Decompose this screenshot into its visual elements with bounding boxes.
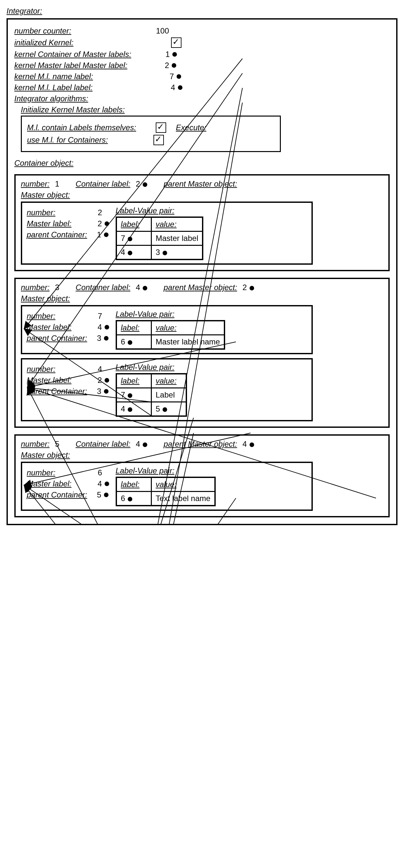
m-parentcontainer-label: parent Container: — [27, 230, 87, 239]
m-parentcontainer-label: parent Container: — [27, 490, 87, 499]
dot-icon — [177, 74, 181, 79]
lv-head-value: value: — [151, 477, 215, 492]
dot-icon — [172, 52, 177, 57]
integrator-algorithms-label: Integrator algorithms: — [15, 94, 389, 103]
lv-head-label: label: — [116, 321, 151, 335]
container-object-label: Container object: — [15, 159, 389, 168]
lv-r2-l: 4 — [116, 402, 151, 416]
lv-head-value: value: — [151, 321, 225, 335]
c1-number-label: number: — [21, 179, 50, 188]
number-counter-value: 100 — [156, 26, 169, 35]
page-title: Integrator: — [6, 6, 398, 16]
kernel-container-value: 1 — [166, 50, 170, 59]
container-1: number: 1 Container label: 2 parent Mast… — [15, 174, 389, 271]
c2-clabel-label: Container label: — [76, 283, 130, 292]
lv-r2-l: 4 — [116, 246, 151, 260]
init-kernel-box: M.l. contain Labels themselves: Execute:… — [21, 116, 281, 152]
lv-head-label: label: — [116, 477, 151, 492]
lv-head-value: value: — [151, 217, 203, 231]
m-masterlabel-label: Master label: — [27, 376, 71, 385]
c3-number-value: 5 — [55, 439, 59, 448]
initialized-kernel-label: initialized Kernel: — [15, 38, 73, 47]
use-mi-containers-label: use M.l. for Containers: — [27, 135, 108, 145]
m-number-label: number: — [27, 312, 55, 321]
c2-master-1: number:7 Master label:4 parent Container… — [21, 305, 313, 354]
lv-pair-title: Label-Value pair: — [116, 310, 225, 319]
m-masterlabel-label: Master label: — [27, 479, 71, 488]
dot-icon — [128, 237, 132, 241]
m-masterlabel-value: 2 — [97, 219, 102, 228]
c3-parent-label: parent Master object: — [164, 439, 237, 448]
c3-master: number:6 Master label:4 parent Container… — [21, 462, 313, 511]
c2-number-label: number: — [21, 283, 50, 292]
lv-r2-v: 3 — [151, 246, 203, 260]
c2-clabel-value: 4 — [136, 283, 140, 292]
lv-pair-title: Label-Value pair: — [116, 363, 187, 372]
dot-icon — [104, 336, 109, 341]
lv-head-label: label: — [116, 374, 151, 388]
lv-r1-v: Master label — [151, 231, 203, 246]
kernel-mi-label-label: kernel M.l. Label label: — [15, 83, 92, 92]
lv-r1-l: 7 — [116, 231, 151, 246]
lv-r1-v: Label — [151, 388, 186, 402]
master-object-label: Master object: — [21, 190, 383, 199]
dot-icon — [143, 286, 147, 290]
m-parentcontainer-value: 1 — [97, 230, 101, 239]
dot-icon — [128, 497, 132, 501]
lv-r2-v: 5 — [151, 402, 186, 416]
lv-r1-l: 6 — [116, 335, 151, 349]
master-object-label: Master object: — [21, 294, 383, 303]
dot-icon — [105, 482, 109, 486]
lv-r1-v: Master label name — [151, 335, 225, 349]
kernel-master-label-value: 2 — [165, 61, 169, 70]
m-masterlabel-value: 4 — [97, 479, 102, 488]
dot-icon — [105, 378, 109, 382]
c1-number-value: 1 — [55, 179, 59, 188]
c1-parent-label: parent Master object: — [164, 179, 237, 188]
c1-clabel-label: Container label: — [76, 179, 130, 188]
m-number-value: 6 — [98, 468, 102, 477]
m-masterlabel-label: Master label: — [27, 323, 71, 332]
dot-icon — [105, 221, 109, 226]
number-counter-label: number counter: — [15, 26, 71, 35]
dot-icon — [172, 63, 176, 68]
m-parentcontainer-value: 3 — [97, 387, 101, 396]
m-parentcontainer-label: parent Container: — [27, 387, 87, 396]
lv-head-value: value: — [151, 374, 186, 388]
c2-parent-value: 2 — [242, 283, 247, 292]
m-number-value: 2 — [98, 208, 102, 217]
kernel-mi-name-value: 7 — [169, 72, 174, 81]
dot-icon — [104, 389, 109, 394]
c2-master-2: number:4 Master label:2 parent Container… — [21, 358, 313, 421]
c3-parent-value: 4 — [242, 439, 247, 448]
use-mi-containers-checkbox[interactable] — [153, 135, 164, 145]
dot-icon — [143, 442, 147, 447]
m-number-value: 7 — [98, 312, 102, 321]
execute-label[interactable]: Execute: — [176, 123, 206, 132]
m-masterlabel-value: 2 — [97, 376, 102, 385]
m-masterlabel-value: 4 — [97, 323, 102, 332]
m-number-label: number: — [27, 468, 55, 477]
c3-number-label: number: — [21, 439, 50, 448]
init-kernel-title: Initialize Kernel Master labels: — [21, 105, 389, 114]
lv-pair-title: Label-Value pair: — [116, 466, 216, 475]
initialized-kernel-checkbox[interactable] — [171, 37, 181, 48]
integrator-panel: number counter: 100 initialized Kernel: … — [6, 18, 398, 525]
mi-contain-labels-checkbox[interactable] — [156, 122, 166, 133]
dot-icon — [128, 393, 132, 398]
lv-pair-title: Label-Value pair: — [116, 206, 204, 215]
master-object-label: Master object: — [21, 451, 383, 460]
m-parentcontainer-label: parent Container: — [27, 334, 87, 343]
dot-icon — [143, 182, 147, 187]
c1-master: number:2 Master label:2 parent Container… — [21, 202, 313, 265]
c3-clabel-value: 4 — [136, 439, 140, 448]
dot-icon — [163, 407, 167, 412]
lv-r1-l: 7 — [116, 388, 151, 402]
kernel-container-label: kernel Container of Master labels: — [15, 50, 131, 59]
dot-icon — [250, 286, 254, 290]
container-2: number: 3 Container label: 4 parent Mast… — [15, 278, 389, 428]
lv-head-label: label: — [116, 217, 151, 231]
container-3: number: 5 Container label: 4 parent Mast… — [15, 434, 389, 517]
lv-r1-v: Text label name — [151, 492, 215, 506]
m-number-label: number: — [27, 365, 55, 374]
